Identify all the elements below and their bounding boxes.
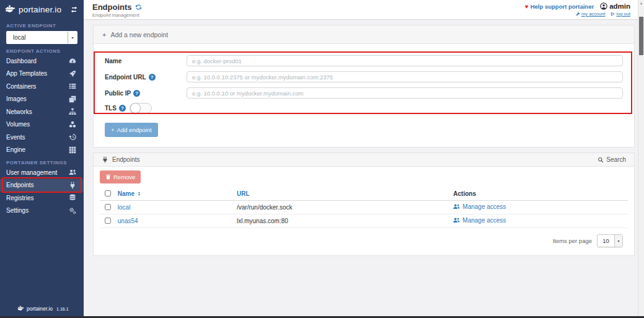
- sidebar-item-settings[interactable]: Settings: [0, 205, 84, 218]
- scrollbar-up-arrow[interactable]: ▲: [638, 0, 644, 6]
- sidebar-footer: portainer.io 1.16.1: [17, 306, 69, 312]
- sidebar-item-user-management[interactable]: User management: [0, 166, 84, 179]
- sidebar-item-endpoints[interactable]: Endpoints: [0, 179, 84, 192]
- sidebar-item-label: User management: [6, 169, 57, 176]
- manage-access-link[interactable]: Manage access: [453, 217, 506, 224]
- active-endpoint-label: ACTIVE ENDPOINT: [0, 23, 84, 29]
- select-all-checkbox[interactable]: [105, 190, 111, 197]
- sidebar-item-label: Networks: [6, 108, 32, 115]
- sort-by-url[interactable]: URL: [237, 190, 250, 197]
- endpoint-url-input[interactable]: [187, 71, 623, 82]
- user-menu[interactable]: admin: [600, 2, 630, 10]
- tls-field-row: TLS ?: [105, 102, 623, 113]
- name-label: Name: [105, 58, 187, 64]
- sidebar-item-label: Volumes: [6, 121, 30, 128]
- help-circle-icon[interactable]: ?: [119, 105, 126, 112]
- name-input[interactable]: [187, 55, 623, 66]
- toggle-knob: [130, 103, 141, 113]
- sidebar-item-label: Endpoints: [6, 182, 33, 188]
- sidebar-item-label: Images: [6, 95, 27, 102]
- add-endpoint-panel-header: + Add a new endpoint: [94, 25, 634, 44]
- portainer-whale-icon: [5, 5, 15, 14]
- remove-button[interactable]: Remove: [100, 170, 141, 183]
- remove-button-label: Remove: [113, 174, 135, 180]
- add-endpoint-button-label: Add endpoint: [117, 126, 152, 133]
- chevron-down-icon: ▾: [614, 235, 622, 247]
- items-per-page-label: Items per page: [553, 237, 592, 244]
- user-circle-icon: [600, 2, 607, 10]
- sidebar-item-registries[interactable]: Registries: [0, 192, 84, 205]
- database-icon: [69, 194, 76, 201]
- public-ip-label: Public IP ?: [105, 90, 187, 97]
- row-checkbox[interactable]: [105, 204, 111, 210]
- add-endpoint-panel: + Add a new endpoint Name Endpoint URL ?: [93, 25, 635, 148]
- my-account-label: my account: [581, 11, 605, 17]
- brand-name: portainer.io: [19, 5, 61, 14]
- sidebar-item-dashboard[interactable]: Dashboard: [0, 55, 84, 68]
- scrollbar-thumb[interactable]: [639, 17, 643, 55]
- tls-toggle[interactable]: [130, 103, 152, 113]
- sidebar-item-label: App Templates: [6, 70, 47, 77]
- refresh-icon[interactable]: [135, 4, 142, 11]
- app-version: 1.16.1: [56, 307, 68, 311]
- active-endpoint-value: local: [7, 34, 26, 41]
- endpoint-name-link[interactable]: local: [118, 204, 131, 211]
- header-right: ♥ Help support portainer admin my accoun…: [525, 2, 630, 19]
- table-row: local /var/run/docker.sock Manage access: [100, 200, 628, 214]
- sidebar-item-app-templates[interactable]: App Templates: [0, 68, 84, 81]
- help-circle-icon[interactable]: ?: [149, 74, 156, 81]
- table-header-row: Name URL Actions: [100, 188, 628, 200]
- endpoint-url-cell: /var/run/docker.sock: [232, 200, 448, 214]
- sidebar-item-volumes[interactable]: Volumes: [0, 118, 84, 131]
- page-header: Endpoints Endpoint management ♥ Help sup…: [84, 0, 644, 20]
- manage-access-link[interactable]: Manage access: [453, 203, 506, 210]
- endpoints-panel-header: Endpoints Search: [94, 153, 634, 167]
- endpoint-actions-label: ENDPOINT ACTIONS: [0, 48, 84, 55]
- brand-logo[interactable]: portainer.io: [0, 0, 84, 19]
- username: admin: [609, 2, 630, 10]
- rocket-icon: [69, 70, 76, 77]
- my-account-link[interactable]: my account: [576, 11, 605, 17]
- row-checkbox[interactable]: [105, 218, 111, 224]
- endpoint-url-cell: lxl.myunas.com:80: [232, 214, 448, 227]
- sort-by-name[interactable]: Name: [118, 190, 142, 197]
- plus-icon: +: [111, 126, 115, 133]
- items-per-page-select[interactable]: 10 ▾: [597, 234, 623, 247]
- collapse-sidebar-icon[interactable]: [70, 6, 78, 13]
- search-control[interactable]: Search: [598, 156, 626, 163]
- main-area: Endpoints Endpoint management ♥ Help sup…: [84, 0, 644, 316]
- sidebar-item-events[interactable]: Events: [0, 131, 84, 144]
- help-support-link[interactable]: ♥ Help support portainer: [525, 3, 594, 10]
- tls-label: TLS ?: [105, 105, 126, 112]
- chevron-down-icon[interactable]: ▾: [68, 32, 77, 43]
- help-circle-icon[interactable]: ?: [133, 90, 140, 97]
- sidebar-item-label: Containers: [6, 83, 36, 90]
- sort-icon[interactable]: [136, 191, 142, 197]
- public-ip-input[interactable]: [187, 87, 623, 99]
- sidebar-item-containers[interactable]: Containers: [0, 80, 84, 93]
- sidebar-item-engine[interactable]: Engine: [0, 144, 84, 157]
- endpoints-table-area: Remove Name URL Actions: [94, 167, 634, 255]
- endpoint-name-link[interactable]: unas54: [118, 218, 138, 224]
- sidebar-item-images[interactable]: Images: [0, 93, 84, 106]
- history-icon: [69, 133, 76, 141]
- sidebar-item-networks[interactable]: Networks: [0, 105, 84, 118]
- tachometer-icon: [69, 57, 76, 64]
- plug-icon: [102, 156, 108, 163]
- footer-brand: portainer.io: [27, 306, 53, 312]
- endpoint-url-label: Endpoint URL ?: [105, 74, 187, 81]
- wrench-icon: [576, 12, 580, 16]
- sidebar-item-label: Registries: [6, 195, 33, 201]
- grid-icon: [69, 146, 76, 154]
- sign-out-icon: [611, 12, 615, 16]
- title-block: Endpoints Endpoint management: [92, 2, 142, 19]
- items-per-page-value: 10: [598, 237, 614, 244]
- search-label: Search: [606, 156, 626, 163]
- vertical-scrollbar[interactable]: ▲: [638, 0, 644, 316]
- add-endpoint-button[interactable]: + Add endpoint: [105, 123, 158, 137]
- log-out-link[interactable]: log out: [611, 11, 630, 17]
- public-ip-field-row: Public IP ?: [105, 85, 623, 101]
- page-subtitle: Endpoint management: [92, 12, 142, 18]
- active-endpoint-select[interactable]: local ▾: [6, 31, 77, 44]
- add-endpoint-panel-title: Add a new endpoint: [110, 31, 168, 38]
